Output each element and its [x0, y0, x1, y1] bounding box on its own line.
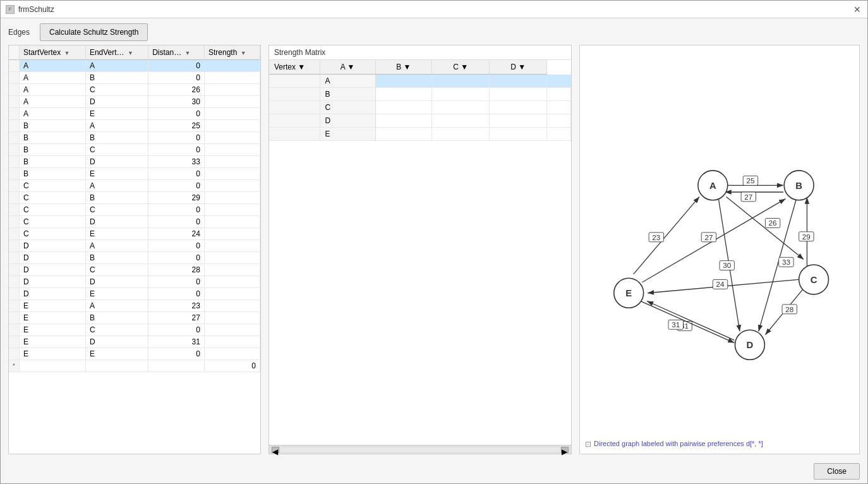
svg-line-34	[637, 299, 734, 342]
matrix-scrollbar[interactable]: ◀ ▶	[269, 445, 571, 454]
cell-start: B	[19, 144, 85, 156]
row-indicator-cell	[9, 336, 19, 348]
row-indicator-cell	[9, 276, 19, 288]
cell-end: E	[85, 288, 148, 300]
cell-strength	[204, 312, 260, 324]
table-row[interactable]: AB0	[9, 72, 260, 84]
end-vertex-col[interactable]: EndVert… ▼	[85, 45, 148, 60]
matrix-cell-C-B	[432, 101, 490, 114]
table-row[interactable]: AA0	[9, 60, 260, 72]
table-row[interactable]: CB29	[9, 192, 260, 204]
matrix-table: Vertex ▼ A ▼ B ▼ C ▼ D ▼ ABCDE	[269, 60, 571, 141]
matrix-cell-B-D	[547, 88, 571, 101]
table-row[interactable]: AE0	[9, 108, 260, 120]
table-row[interactable]: EB27	[9, 312, 260, 324]
table-row[interactable]: DA0	[9, 240, 260, 252]
cell-distance: 29	[148, 192, 205, 204]
cell-distance: 0	[148, 288, 205, 300]
matrix-row[interactable]: D	[269, 114, 571, 128]
matrix-col-b[interactable]: B ▼	[375, 60, 432, 75]
cell-start: B	[19, 132, 85, 144]
table-row[interactable]: EE0	[9, 348, 260, 360]
cell-start: A	[19, 84, 85, 96]
cell-end: C	[85, 324, 148, 336]
table-row[interactable]: DC28	[9, 264, 260, 276]
cell-end	[85, 360, 148, 372]
cell-start: A	[19, 60, 85, 72]
table-row[interactable]: BB0	[9, 132, 260, 144]
table-row[interactable]: BA25	[9, 120, 260, 132]
cell-strength	[204, 216, 260, 228]
row-indicator-cell	[9, 204, 19, 216]
cell-distance: 0	[148, 132, 205, 144]
matrix-col-a[interactable]: A ▼	[320, 60, 375, 75]
cell-start: E	[19, 300, 85, 312]
svg-text:B: B	[795, 181, 802, 191]
table-row[interactable]: CD0	[9, 216, 260, 228]
edges-table-header: StartVertex ▼ EndVert… ▼ Distan… ▼ Stren…	[9, 45, 260, 60]
cell-start: D	[19, 252, 85, 264]
table-row[interactable]: EA23	[9, 300, 260, 312]
matrix-cell-E-A	[375, 128, 432, 141]
cell-strength	[204, 300, 260, 312]
scroll-right-btn[interactable]: ▶	[561, 447, 569, 453]
svg-text:25: 25	[746, 176, 755, 185]
cell-strength	[204, 168, 260, 180]
calculate-button[interactable]: Calculate Schultz Strength	[40, 23, 148, 41]
cell-strength	[204, 84, 260, 96]
table-row[interactable]: DD0	[9, 276, 260, 288]
titlebar-title: frmSchultz	[18, 5, 54, 14]
matrix-col-c[interactable]: C ▼	[432, 60, 490, 75]
matrix-row[interactable]: B	[269, 88, 571, 101]
table-row[interactable]: EC0	[9, 324, 260, 336]
cell-strength	[204, 264, 260, 276]
cell-distance: 0	[148, 72, 205, 84]
cell-distance: 24	[148, 228, 205, 240]
table-row[interactable]: BC0	[9, 144, 260, 156]
close-button[interactable]: Close	[814, 463, 860, 480]
distance-col[interactable]: Distan… ▼	[148, 45, 205, 60]
svg-text:30: 30	[723, 261, 732, 269]
cell-end: B	[85, 132, 148, 144]
start-vertex-col[interactable]: StartVertex ▼	[19, 45, 85, 60]
row-indicator-cell	[9, 300, 19, 312]
table-row[interactable]: CE24	[9, 228, 260, 240]
edges-table-body: AA0AB0AC26AD30AE0BA25BB0BC0BD33BE0CA0CB2…	[9, 60, 260, 372]
table-row[interactable]: CC0	[9, 204, 260, 216]
cell-distance: 0	[148, 60, 205, 72]
matrix-row[interactable]: A	[269, 75, 571, 88]
cell-distance: 0	[148, 324, 205, 336]
cell-start: C	[19, 192, 85, 204]
table-row[interactable]: *0	[9, 360, 260, 372]
titlebar-left: F frmSchultz	[6, 5, 54, 14]
table-row[interactable]: BE0	[9, 168, 260, 180]
table-row[interactable]: AC26	[9, 84, 260, 96]
table-row[interactable]: BD33	[9, 156, 260, 168]
strength-col[interactable]: Strength ▼	[204, 45, 260, 60]
edges-table-container[interactable]: StartVertex ▼ EndVert… ▼ Distan… ▼ Stren…	[8, 45, 261, 454]
matrix-col-d[interactable]: D ▼	[490, 60, 547, 75]
window-close-button[interactable]: ✕	[852, 4, 862, 15]
cell-start: E	[19, 336, 85, 348]
table-row[interactable]: AD30	[9, 96, 260, 108]
row-indicator-cell	[9, 96, 19, 108]
cell-end: D	[85, 276, 148, 288]
matrix-vertex-col[interactable]: Vertex ▼	[269, 60, 320, 75]
matrix-row[interactable]: C	[269, 101, 571, 114]
matrix-row[interactable]: E	[269, 128, 571, 141]
table-row[interactable]: DE0	[9, 288, 260, 300]
resize-icon: ⊡	[585, 440, 591, 449]
cell-distance: 26	[148, 84, 205, 96]
matrix-table-wrap[interactable]: Vertex ▼ A ▼ B ▼ C ▼ D ▼ ABCDE	[269, 60, 571, 445]
matrix-cell-A-C	[490, 75, 547, 88]
cell-distance: 0	[148, 348, 205, 360]
cell-distance: 0	[148, 180, 205, 192]
table-row[interactable]: DB0	[9, 252, 260, 264]
svg-text:26: 26	[769, 219, 777, 227]
scroll-left-btn[interactable]: ◀	[272, 447, 279, 453]
table-row[interactable]: ED31	[9, 336, 260, 348]
matrix-cell-C-A	[375, 101, 432, 114]
table-row[interactable]: CA0	[9, 180, 260, 192]
strength-matrix-container: Strength Matrix Vertex ▼ A ▼ B ▼ C ▼ D ▼	[268, 45, 572, 454]
cell-distance: 0	[148, 204, 205, 216]
